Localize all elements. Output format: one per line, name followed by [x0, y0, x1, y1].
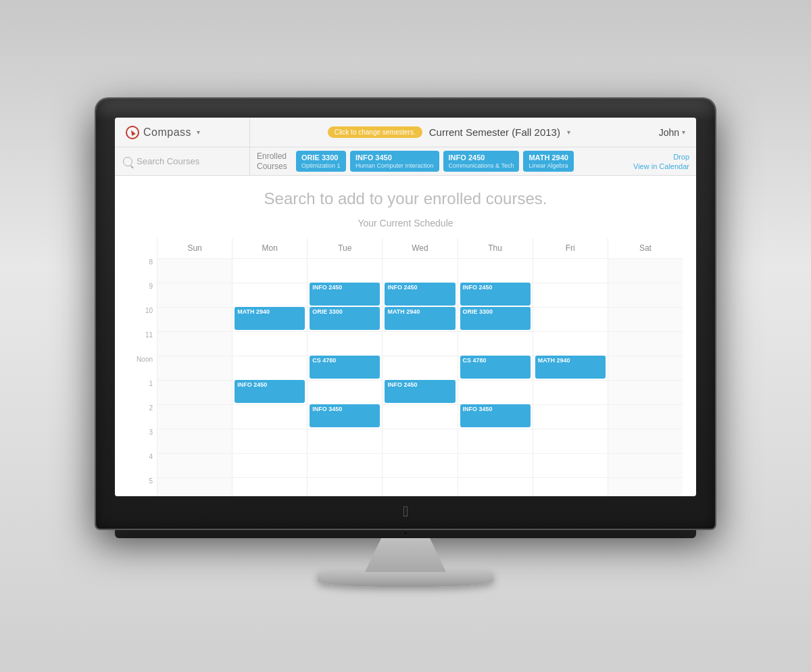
semester-chevron-icon[interactable]: ▾ [567, 128, 570, 136]
hour-line [383, 356, 457, 356]
hour-line [157, 331, 232, 332]
hour-line [608, 356, 683, 356]
course-code: ORIE 3300 [301, 153, 341, 162]
search-bar[interactable]: Search Courses [123, 156, 199, 166]
day-col-sun [157, 258, 232, 496]
event-info3450-thu[interactable]: INFO 3450 [460, 404, 531, 427]
day-col-sat [608, 258, 683, 496]
hour-line [232, 258, 307, 259]
hour-line [232, 331, 307, 332]
event-info3450-tue[interactable]: INFO 3450 [310, 404, 380, 427]
hour-line [157, 429, 232, 429]
hour-line [458, 258, 533, 259]
hour-line [157, 477, 232, 478]
app-center-section: Click to change semesters. Current Semes… [250, 118, 648, 147]
hour-line [533, 258, 608, 259]
hour-line [608, 380, 683, 381]
app-logo-text: Compass [143, 126, 191, 139]
enrolled-courses-section: EnrolledCourses ORIE 3300 Optimization 1… [250, 147, 626, 175]
drop-link[interactable]: Drop [673, 153, 689, 161]
hour-line [232, 477, 307, 478]
app-user-section[interactable]: John ▾ [648, 118, 696, 147]
hour-line [458, 429, 533, 429]
hour-line [157, 283, 232, 283]
hour-line [157, 356, 232, 356]
time-8: 8 [128, 258, 157, 283]
monitor-chin [115, 529, 696, 538]
course-chip-info2450[interactable]: INFO 2450 Communications & Tech [443, 151, 520, 172]
event-info2450-tue-9[interactable]: INFO 2450 [310, 283, 380, 306]
event-cs4780-thu[interactable]: CS 4780 [460, 356, 531, 379]
day-headers: Sun Mon Tue Wed Thu Fri Sat [157, 238, 683, 258]
app-logo-section[interactable]: Compass ▾ [115, 118, 250, 147]
hour-line [308, 453, 382, 454]
semester-change-badge[interactable]: Click to change semesters. [328, 126, 422, 138]
calendar-container: 8 9 10 11 Noon 1 2 3 4 5 6 [128, 238, 683, 496]
time-column: 8 9 10 11 Noon 1 2 3 4 5 6 [128, 238, 157, 496]
day-col-fri: MATH 2940 [533, 258, 608, 496]
hour-line [608, 283, 683, 283]
monitor-wrapper: Compass ▾ Click to change semesters. Cur… [96, 99, 715, 587]
monitor-chin-dot [403, 531, 408, 536]
time-noon: Noon [128, 356, 157, 380]
course-name: Optimization 1 [301, 162, 341, 170]
compass-needle-icon [129, 129, 135, 136]
day-col-thu: INFO 2450 ORIE 3300 CS 4780 INFO 3450 [458, 258, 533, 496]
time-3: 3 [128, 429, 157, 453]
day-col-tue: INFO 2450 ORIE 3300 CS 4780 INFO 3450 [307, 258, 382, 496]
hour-line [533, 453, 608, 454]
day-header-fri: Fri [533, 238, 608, 258]
course-name: Communications & Tech [449, 162, 514, 170]
time-2: 2 [128, 404, 157, 429]
day-header-tue: Tue [307, 238, 382, 258]
compass-icon [126, 126, 139, 139]
hour-line [308, 331, 382, 332]
course-chip-info3450[interactable]: INFO 3450 Human Computer Interaction [350, 151, 439, 172]
hour-line [533, 331, 608, 332]
day-col-wed: INFO 2450 MATH 2940 INFO 2450 [382, 258, 457, 496]
event-info2450-wed-9[interactable]: INFO 2450 [385, 283, 455, 306]
app-logo-chevron-icon: ▾ [197, 128, 200, 136]
hour-line [232, 429, 307, 429]
hour-line [157, 258, 232, 259]
stand-neck [365, 538, 446, 572]
time-9: 9 [128, 283, 157, 307]
hour-line [533, 429, 608, 429]
hour-line [232, 453, 307, 454]
event-math2940-mon[interactable]: MATH 2940 [235, 307, 305, 330]
course-chip-math2940[interactable]: MATH 2940 Linear Algebra [523, 151, 573, 172]
semester-title: Current Semester (Fall 2013) [429, 126, 560, 138]
day-header-sun: Sun [157, 238, 232, 258]
hour-line [608, 453, 683, 454]
user-name: John [659, 127, 679, 138]
event-orie3300-tue[interactable]: ORIE 3300 [310, 307, 380, 330]
hour-line [232, 356, 307, 356]
event-info2450-thu-9[interactable]: INFO 2450 [460, 283, 531, 306]
hour-line [608, 331, 683, 332]
view-in-calendar-link[interactable]: View in Calendar [633, 162, 689, 170]
hour-line [458, 380, 533, 381]
hour-line [533, 283, 608, 283]
hour-line [608, 477, 683, 478]
course-code: INFO 3450 [355, 153, 434, 162]
day-column-area: MATH 2940 INFO 2450 [157, 258, 683, 496]
apple-logo-icon:  [403, 503, 408, 521]
event-cs4780-tue[interactable]: CS 4780 [310, 356, 380, 379]
hour-line [383, 429, 457, 429]
course-name: Linear Algebra [529, 162, 568, 170]
hour-line [608, 429, 683, 429]
hour-line [232, 283, 307, 283]
hour-line [308, 258, 382, 259]
time-11: 11 [128, 331, 157, 356]
event-math2940-fri[interactable]: MATH 2940 [535, 356, 606, 379]
event-info2450-wed-1[interactable]: INFO 2450 [385, 380, 455, 403]
event-orie3300-thu[interactable]: ORIE 3300 [460, 307, 531, 330]
day-header-sat: Sat [608, 238, 683, 258]
hour-line [232, 404, 307, 405]
hour-line [608, 404, 683, 405]
event-math2940-wed[interactable]: MATH 2940 [385, 307, 455, 330]
course-chip-orie3300[interactable]: ORIE 3300 Optimization 1 [296, 151, 346, 172]
hour-line [383, 404, 457, 405]
monitor-bezel: Compass ▾ Click to change semesters. Cur… [96, 99, 715, 529]
event-info2450-mon[interactable]: INFO 2450 [235, 380, 305, 403]
